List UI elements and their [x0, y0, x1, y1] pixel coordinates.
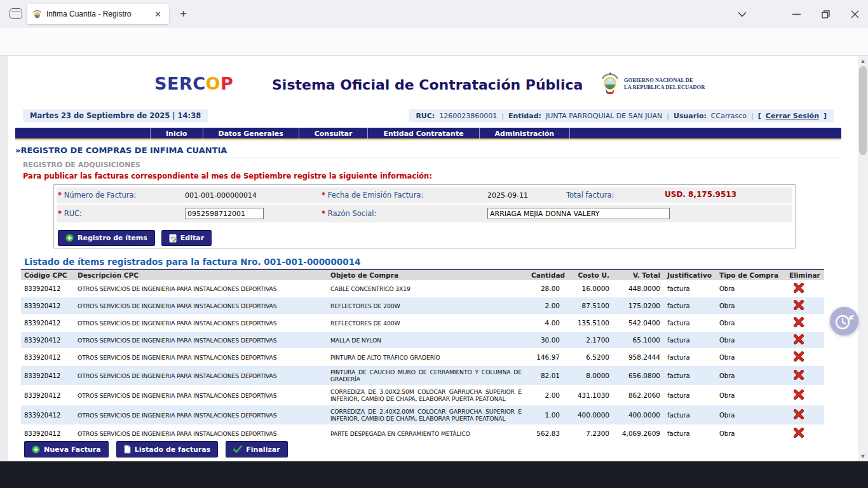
finish-button[interactable]: Finalizar — [226, 441, 287, 458]
page-content: SERCOP Sistema Oficial de Contratación P… — [0, 56, 858, 461]
cell-objeto-compra: CABLE CONCENTRICO 3X19 — [327, 280, 528, 297]
cell-v-total: 400.0000 — [613, 405, 664, 425]
cell-costo-u: 87.5100 — [564, 297, 613, 315]
required-mark: * — [322, 209, 325, 218]
invoice-number-label: * Número de Factura: — [58, 191, 136, 200]
nav-item-administracion[interactable]: Administración — [479, 128, 571, 139]
ruc-input[interactable] — [185, 208, 264, 219]
required-mark: * — [58, 209, 62, 218]
cell-cantidad: 4.00 — [528, 315, 564, 332]
cell-codigo-cpc: 833920412 — [21, 405, 74, 425]
cell-cantidad: 1.00 — [528, 405, 564, 425]
minimize-button[interactable] — [790, 8, 803, 20]
cell-justificativo: factura — [664, 405, 716, 425]
new-tab-button[interactable]: + — [180, 7, 187, 21]
tab-list-chevron-icon[interactable] — [736, 8, 749, 20]
cell-tipo-compra: Obra — [716, 315, 786, 332]
delete-item-icon[interactable] — [794, 300, 804, 311]
page-title: »REGISTRO DE COMPRAS DE INFIMA CUANTIA — [15, 146, 227, 155]
floating-clock-widget[interactable] — [830, 307, 858, 336]
nav-item-entidad-contratante[interactable]: Entidad Contratante — [367, 128, 478, 139]
restore-button[interactable] — [819, 8, 832, 20]
table-header-row: Código CPC Descripción CPC Objeto de Com… — [21, 269, 824, 280]
cell-v-total: 175.0200 — [613, 297, 664, 315]
sercop-logo: SERCOP — [154, 74, 233, 93]
cell-descripcion-cpc: OTROS SERVICIOS DE INGENIERIA PARA INSTA… — [74, 386, 327, 405]
edit-label: Editar — [180, 234, 204, 242]
cell-justificativo: factura — [664, 366, 716, 386]
table-row: 833920412 OTROS SERVICIOS DE INGENIERIA … — [21, 366, 824, 386]
delete-item-icon[interactable] — [794, 351, 804, 363]
document-icon — [124, 445, 131, 454]
tab-close-icon[interactable]: ✕ — [153, 10, 163, 19]
cell-eliminar — [786, 386, 824, 405]
user-value: CCarrasco — [711, 112, 747, 120]
scrollbar-thumb[interactable] — [859, 66, 867, 155]
cell-descripcion-cpc: OTROS SERVICIOS DE INGENIERIA PARA INSTA… — [74, 405, 327, 425]
cell-eliminar — [786, 332, 824, 349]
cell-costo-u: 16.0000 — [564, 280, 613, 297]
delete-item-icon[interactable] — [794, 317, 804, 329]
table-row: 833920412 OTROS SERVICIOS DE INGENIERIA … — [21, 297, 824, 315]
government-text: GOBIERNO NACIONAL DE LA REPUBLICA DEL EC… — [624, 77, 705, 91]
cell-v-total: 65.1000 — [613, 332, 664, 349]
delete-item-icon[interactable] — [794, 428, 804, 439]
scroll-down-arrow[interactable]: ▼ — [860, 453, 866, 459]
plus-circle-icon — [32, 445, 40, 454]
table-row: 833920412 OTROS SERVICIOS DE INGENIERIA … — [21, 425, 824, 442]
plus-circle-icon — [65, 234, 74, 242]
delete-item-icon[interactable] — [794, 283, 804, 294]
delete-item-icon[interactable] — [794, 334, 804, 346]
cell-codigo-cpc: 833920412 — [21, 349, 74, 366]
separator: | — [751, 112, 754, 120]
new-invoice-button[interactable]: Nueva Factura — [24, 441, 109, 458]
cell-cantidad: 2.00 — [528, 386, 564, 405]
delete-item-icon[interactable] — [794, 390, 804, 401]
register-items-button[interactable]: Registro de ítems — [58, 230, 155, 246]
cell-costo-u: 2.1700 — [564, 332, 613, 349]
nav-item-inicio[interactable]: Inicio — [150, 128, 203, 139]
cell-descripcion-cpc: OTROS SERVICIOS DE INGENIERIA PARA INSTA… — [74, 315, 327, 332]
government-logo: GOBIERNO NACIONAL DE LA REPUBLICA DEL EC… — [600, 72, 705, 95]
header-descripcion-cpc: Descripción CPC — [74, 269, 327, 280]
cell-costo-u: 400.0000 — [564, 405, 613, 425]
required-mark: * — [322, 191, 325, 200]
cell-codigo-cpc: 833920412 — [21, 315, 74, 332]
nav-item-consultar[interactable]: Consultar — [299, 128, 368, 139]
page-scrollbar[interactable]: ▲ ▼ — [858, 56, 868, 461]
cell-v-total: 656.0800 — [613, 366, 664, 386]
form-row-2 — [57, 205, 792, 222]
edit-button[interactable]: Editar — [161, 230, 212, 246]
header-justificativo: Justificativo — [664, 269, 716, 280]
check-icon — [233, 445, 242, 453]
cell-tipo-compra: Obra — [716, 280, 786, 297]
cell-eliminar — [786, 349, 824, 366]
close-window-button[interactable] — [848, 8, 861, 20]
user-label: Usuario: — [674, 112, 707, 120]
title-divider — [15, 158, 841, 158]
delete-item-icon[interactable] — [794, 370, 804, 381]
nav-item-datos-generales[interactable]: Datos Generales — [203, 128, 299, 139]
browser-tab[interactable]: Infima Cuantía - Registro ✕ — [27, 4, 169, 24]
cell-costo-u: 7.2300 — [564, 425, 613, 442]
invoice-list-button[interactable]: Listado de facturas — [116, 441, 219, 458]
table-row: 833920412 OTROS SERVICIOS DE INGENIERIA … — [21, 405, 824, 425]
cell-justificativo: factura — [664, 315, 716, 332]
delete-item-icon[interactable] — [794, 409, 804, 421]
instruction-text: Para publicar las facturas correspondien… — [23, 172, 432, 180]
total-label: Total factura: — [566, 191, 614, 200]
invoice-form: * Número de Factura: 001-001-000000014 *… — [53, 184, 796, 248]
cell-tipo-compra: Obra — [716, 405, 786, 425]
cell-cantidad: 146.97 — [528, 349, 564, 366]
razon-social-input[interactable] — [487, 208, 670, 219]
sercop-logo-p: P — [220, 74, 233, 93]
winged-clock-icon — [834, 312, 855, 331]
separator: | — [501, 112, 504, 120]
firefox-view-icon[interactable] — [10, 8, 22, 19]
ruc-field-label: * RUC: — [58, 209, 82, 218]
logout-link[interactable]: Cerrar Sesión — [766, 112, 819, 120]
cell-justificativo: factura — [664, 297, 716, 315]
entity-value: JUNTA PARROQUIAL DE SAN JUAN — [546, 112, 662, 120]
scroll-up-arrow[interactable]: ▲ — [860, 58, 866, 64]
cell-objeto-compra: REFLECTORES DE 200W — [327, 297, 528, 315]
